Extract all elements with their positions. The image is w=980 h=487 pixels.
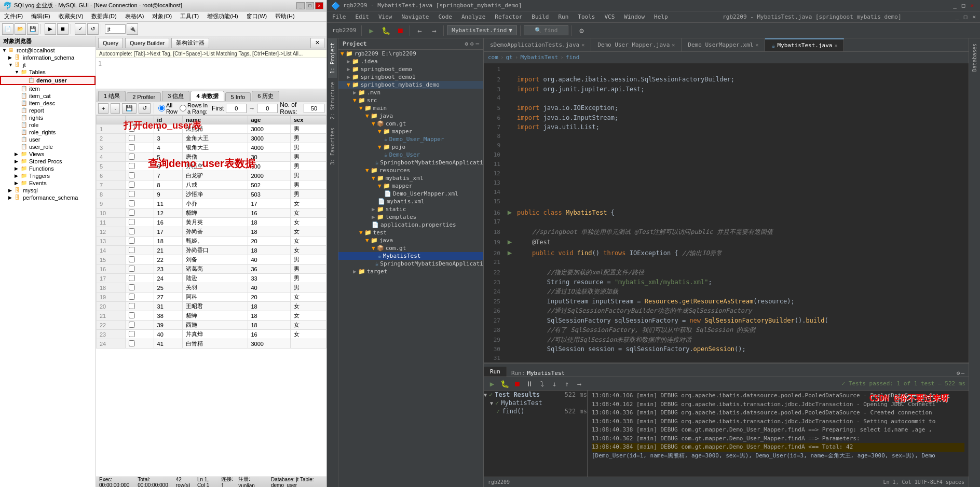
ide-menu-file[interactable]: File — [329, 13, 349, 21]
panel-settings[interactable]: ⚙ — [957, 370, 960, 377]
rtab-result[interactable]: 1 结果 — [98, 91, 126, 101]
menu-edit[interactable]: 编辑(E) — [29, 12, 52, 21]
rt-save[interactable]: 💾 — [122, 103, 137, 114]
row-checkbox[interactable] — [125, 227, 154, 236]
col-header-sex[interactable]: sex — [290, 116, 326, 124]
step-over[interactable]: ⤵ — [537, 379, 547, 389]
rtab-info[interactable]: 3 信息 — [162, 91, 189, 101]
table-row[interactable]: 22 39 西施 18 女 — [97, 321, 326, 330]
ide-search-box[interactable]: 🔍 find — [524, 25, 569, 35]
row-checkbox[interactable] — [125, 321, 154, 330]
tree-item-functions[interactable]: ▶ 📁 Functions — [0, 165, 96, 172]
table-row[interactable]: 21 38 貂蝉 18 女 — [97, 311, 326, 321]
menu-object[interactable]: 对象(O) — [150, 12, 174, 21]
rt-new[interactable]: + — [98, 103, 108, 114]
tab-mybatis-test[interactable]: ☕ MybatisTest.java ✕ — [765, 38, 844, 52]
ide-menu-window[interactable]: Window — [621, 13, 648, 21]
minimize-button[interactable]: _ — [296, 2, 305, 9]
toolbar-open[interactable]: 📂 — [15, 23, 26, 35]
ft-test[interactable]: ▼ 📁 test — [338, 229, 483, 236]
row-checkbox[interactable] — [125, 218, 154, 227]
table-row[interactable]: 8 9 沙悟净 503 男 — [97, 190, 326, 199]
test-mybatistest[interactable]: ▼ ✓ MybatisTest — [484, 399, 587, 407]
rtab-info5[interactable]: 5 Info — [225, 92, 251, 101]
rt-undo[interactable]: ↺ — [139, 103, 151, 114]
table-row[interactable]: 7 8 八戒 502 男 — [97, 180, 326, 190]
tab-schema-designer[interactable]: 架构设计器 — [171, 38, 209, 48]
ft-target[interactable]: ▶ 📁 target — [338, 268, 483, 275]
table-row[interactable]: 15 22 刘备 40 男 — [97, 255, 326, 265]
ide-toolbar-forward[interactable]: → — [428, 24, 440, 37]
table-row[interactable]: 24 41 白骨精 3000 — [97, 339, 326, 349]
tree-item-user-role[interactable]: 📋 user_role — [0, 143, 96, 150]
bc-mybatistest[interactable]: MybatisTest — [520, 54, 558, 61]
ft-test-java[interactable]: ▼ 📁 java — [338, 236, 483, 244]
row-checkbox[interactable] — [125, 124, 154, 134]
ide-menu-tools[interactable]: Tools — [575, 13, 598, 21]
menu-database[interactable]: 数据库(D) — [89, 12, 118, 21]
step-out[interactable]: ↑ — [562, 379, 572, 389]
ide-settings[interactable]: ⚙ — [575, 24, 588, 37]
maximize-button[interactable]: □ — [306, 2, 314, 9]
row-checkbox[interactable] — [125, 302, 154, 311]
menu-file[interactable]: 文件(F) — [2, 12, 25, 21]
ft-pojo[interactable]: ▼ 📁 pojo — [338, 143, 483, 151]
toolbar-stop[interactable]: ⏹ — [57, 23, 69, 35]
tab-demo-user-mapper-xml[interactable]: Demo_UserMapper.xml ✕ — [682, 38, 765, 52]
table-row[interactable]: 10 12 貂蝉 16 女 — [97, 208, 326, 218]
tab-sdemo-app-tests[interactable]: sDemoApplicationTests.java ✕ — [484, 38, 591, 52]
tree-item-item-cat[interactable]: 📋 item_cat — [0, 92, 96, 100]
table-row[interactable]: 9 11 小乔 17 女 — [97, 199, 326, 208]
table-row[interactable]: 11 16 黄月英 18 女 — [97, 218, 326, 227]
first-row-input[interactable] — [226, 104, 247, 113]
table-row[interactable]: 1 1 黑熊精 3000 男 — [97, 124, 326, 134]
debug-button[interactable]: 🐛 — [499, 379, 510, 389]
ft-springboot-app[interactable]: ☕ SpringbootMybatisDemoApplicati — [338, 159, 483, 166]
ft-springboot-app-test[interactable]: ☕ SpringbootMybatisDemoApplicati — [338, 260, 483, 268]
ft-idea[interactable]: ▶ 📁 .idea — [338, 58, 483, 65]
ide-close[interactable]: ✕ — [968, 2, 976, 9]
row-checkbox[interactable] — [125, 274, 154, 283]
menu-tools[interactable]: 工具(T) — [178, 12, 201, 21]
ide-max[interactable]: □ — [962, 13, 970, 20]
rtab-history[interactable]: 6 历史 — [252, 91, 279, 101]
bc-gt[interactable]: gt — [506, 54, 513, 61]
row-checkbox[interactable] — [125, 330, 154, 339]
row-checkbox[interactable] — [125, 199, 154, 208]
run-gutter-19[interactable]: ▶ — [508, 236, 512, 247]
tab-demo-user-mapper-java[interactable]: Demo_User_Mapper.java ✕ — [591, 38, 682, 52]
ide-maximize[interactable]: □ — [960, 2, 968, 9]
ft-mybatis-xml[interactable]: ▼ 📁 mybatis_xml — [338, 174, 483, 182]
tree-item-perf-schema[interactable]: ▶ 🗄 performance_schema — [0, 194, 96, 201]
menu-favorites[interactable]: 收藏夹(V) — [57, 12, 86, 21]
ft-springboot-demo[interactable]: ▶ 📁 springboot_demo — [338, 65, 483, 73]
ft-templates[interactable]: ▶ 📁 templates — [338, 213, 483, 221]
ide-menu-refactor[interactable]: Refactor — [492, 13, 525, 21]
row-checkbox[interactable] — [125, 236, 154, 246]
structure-tab-label[interactable]: 2: Structure — [328, 78, 337, 123]
table-row[interactable]: 20 31 王昭君 18 女 — [97, 302, 326, 311]
pause-button[interactable]: ⏸ — [524, 379, 535, 389]
tree-item-user[interactable]: 📋 user — [0, 136, 96, 143]
tab-close2[interactable]: ✕ — [672, 42, 675, 48]
ft-resources[interactable]: ▼ 📁 resources — [338, 166, 483, 174]
ide-menu-navigate[interactable]: Navigate — [399, 13, 432, 21]
test-find[interactable]: ✓ find() 522 ms — [484, 407, 587, 415]
menu-help[interactable]: 帮助(H) — [273, 12, 296, 21]
tab-close3[interactable]: ✕ — [755, 42, 758, 48]
ide-menu-help[interactable]: Help — [651, 13, 671, 21]
connection-input[interactable] — [105, 24, 126, 34]
ft-java[interactable]: ▼ 📁 java — [338, 112, 483, 120]
row-checkbox[interactable] — [125, 246, 154, 255]
ide-menu-run[interactable]: Run — [555, 13, 571, 21]
table-row[interactable]: 19 27 阿科 20 女 — [97, 293, 326, 302]
ft-mybatis-test[interactable]: ☕ MybatisTest — [338, 252, 483, 260]
project-tab-label[interactable]: 1: Project — [328, 38, 337, 78]
rtab-profiler[interactable]: 2 Profiler — [127, 92, 161, 101]
ft-mapper[interactable]: ▼ 📁 mapper — [338, 128, 483, 135]
row-checkbox[interactable] — [125, 143, 154, 152]
run-gutter-16[interactable]: ▶ — [508, 207, 512, 218]
ft-root[interactable]: ▼ 📁 rgb2209 E:\rgb2209 — [338, 50, 483, 58]
run-to-cursor[interactable]: → — [574, 379, 584, 389]
row-checkbox[interactable] — [125, 283, 154, 293]
